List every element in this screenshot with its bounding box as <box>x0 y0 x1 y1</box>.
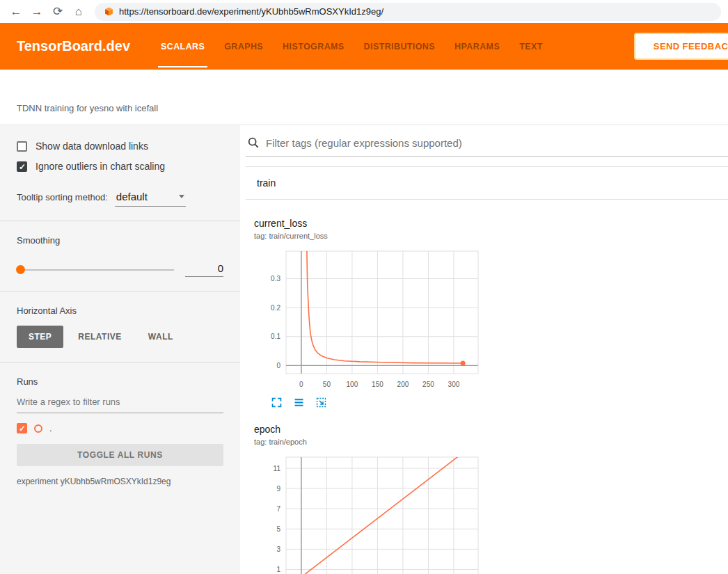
main-panel: train current_losstag: train/current_los… <box>240 125 728 574</box>
tooltip-sorting-label: Tooltip sorting method: <box>17 192 108 202</box>
axis-wall-button[interactable]: WALL <box>136 326 185 348</box>
svg-text:150: 150 <box>372 381 383 388</box>
svg-text:1: 1 <box>276 566 280 573</box>
chart-tag: tag: train/epoch <box>254 438 486 446</box>
browser-bar: ← → ⟳ ⌂ https://tensorboard.dev/experime… <box>0 0 728 23</box>
tooltip-sorting-select[interactable]: default <box>115 190 186 207</box>
tab-hparams[interactable]: HPARAMS <box>445 23 509 70</box>
smoothing-value[interactable]: 0 <box>185 262 223 277</box>
svg-text:300: 300 <box>448 381 460 388</box>
home-icon[interactable]: ⌂ <box>70 3 88 21</box>
smoothing-label: Smoothing <box>17 235 223 246</box>
expand-icon[interactable] <box>271 397 283 408</box>
smoothing-slider[interactable] <box>17 269 174 271</box>
horizontal-axis-buttons: STEP RELATIVE WALL <box>17 326 223 348</box>
run-name: . <box>49 423 52 433</box>
tooltip-sorting-row: Tooltip sorting method: default <box>17 190 223 207</box>
address-bar[interactable]: https://tensorboard.dev/experiment/yKUbh… <box>95 3 721 21</box>
toggle-all-runs-button[interactable]: TOGGLE ALL RUNS <box>17 444 223 466</box>
page: ← → ⟳ ⌂ https://tensorboard.dev/experime… <box>0 0 728 574</box>
tab-graphs[interactable]: GRAPHS <box>214 23 273 70</box>
filter-tags-row <box>246 132 728 157</box>
charts-grid: current_losstag: train/current_loss05010… <box>246 200 728 574</box>
divider <box>0 221 240 221</box>
svg-text:11: 11 <box>274 465 281 472</box>
horizontal-axis-label: Horizontal Axis <box>17 305 223 316</box>
svg-text:200: 200 <box>397 381 409 388</box>
run-color-circle[interactable] <box>34 424 42 433</box>
smoothing-slider-row: 0 <box>17 262 223 277</box>
divider <box>0 362 240 362</box>
chart-plot-current_loss[interactable]: 05010015020025030000.10.20.3 <box>254 246 484 393</box>
svg-text:100: 100 <box>347 381 358 388</box>
tab-text[interactable]: TEXT <box>509 23 553 70</box>
search-icon <box>247 136 260 149</box>
refresh-icon[interactable]: ⟳ <box>49 3 67 21</box>
tab-scalars[interactable]: SCALARS <box>151 23 214 70</box>
runs-filter-input[interactable] <box>17 390 223 413</box>
svg-text:5: 5 <box>276 525 280 533</box>
app-header: TensorBoard.dev SCALARS GRAPHS HISTOGRAM… <box>0 23 728 70</box>
send-feedback-button[interactable]: SEND FEEDBACK <box>634 33 728 60</box>
show-download-links-label: Show data download links <box>35 141 148 152</box>
show-download-links-checkbox[interactable] <box>17 141 27 152</box>
chart-title: current_loss <box>254 218 486 229</box>
svg-text:250: 250 <box>422 381 434 388</box>
runs-label: Runs <box>17 376 223 387</box>
svg-text:7: 7 <box>276 505 280 513</box>
tab-histograms[interactable]: HISTOGRAMS <box>273 23 354 70</box>
chart-card-epoch: epochtag: train/epoch0501001502002503001… <box>246 415 489 574</box>
subtitle-band: TDNN training for yesno with icefall <box>0 70 728 125</box>
show-download-links-row[interactable]: Show data download links <box>17 141 223 152</box>
site-favicon-icon <box>104 7 113 16</box>
ignore-outliers-row[interactable]: Ignore outliers in chart scaling <box>17 161 223 172</box>
svg-text:0.2: 0.2 <box>271 304 280 312</box>
chevron-down-icon <box>179 195 184 198</box>
chart-title: epoch <box>254 424 486 435</box>
svg-text:0.3: 0.3 <box>271 275 280 282</box>
experiment-description: TDNN training for yesno with icefall <box>17 103 158 113</box>
data-table-icon[interactable] <box>293 397 305 408</box>
content: Show data download links Ignore outliers… <box>0 125 728 574</box>
run-checkbox[interactable] <box>17 423 27 433</box>
axis-relative-button[interactable]: RELATIVE <box>66 326 133 348</box>
fit-domain-icon[interactable] <box>315 397 327 408</box>
ignore-outliers-checkbox[interactable] <box>17 161 27 172</box>
ignore-outliers-label: Ignore outliers in chart scaling <box>35 161 165 172</box>
run-row: . <box>17 423 223 433</box>
chart-plot-epoch[interactable]: 0501001502002503001357911 <box>254 452 484 574</box>
chart-toolbar <box>254 393 486 414</box>
chart-card-current_loss: current_losstag: train/current_loss05010… <box>246 209 489 415</box>
axis-step-button[interactable]: STEP <box>17 326 63 348</box>
app-title: TensorBoard.dev <box>17 38 130 54</box>
svg-text:3: 3 <box>276 545 280 553</box>
svg-text:9: 9 <box>276 485 280 493</box>
train-section: train current_losstag: train/current_los… <box>246 166 728 574</box>
chart-tag: tag: train/current_loss <box>254 232 486 240</box>
forward-icon[interactable]: → <box>28 3 46 21</box>
smoothing-slider-thumb[interactable] <box>16 265 25 274</box>
sidebar: Show data download links Ignore outliers… <box>0 125 240 574</box>
filter-tags-input[interactable] <box>266 137 728 149</box>
experiment-id-line: experiment yKUbhb5wRmOSXYkId1z9eg <box>17 477 223 486</box>
tooltip-sorting-value: default <box>116 191 148 202</box>
svg-text:0: 0 <box>276 362 280 369</box>
tab-distributions[interactable]: DISTRIBUTIONS <box>354 23 445 70</box>
nav-tabs: SCALARS GRAPHS HISTOGRAMS DISTRIBUTIONS … <box>151 23 634 70</box>
svg-text:0: 0 <box>299 381 303 388</box>
svg-text:50: 50 <box>323 381 331 388</box>
back-icon[interactable]: ← <box>7 3 25 21</box>
url-text: https://tensorboard.dev/experiment/yKUbh… <box>119 6 383 17</box>
train-section-header[interactable]: train <box>246 167 728 200</box>
svg-text:0.1: 0.1 <box>271 333 280 340</box>
divider <box>0 291 240 292</box>
